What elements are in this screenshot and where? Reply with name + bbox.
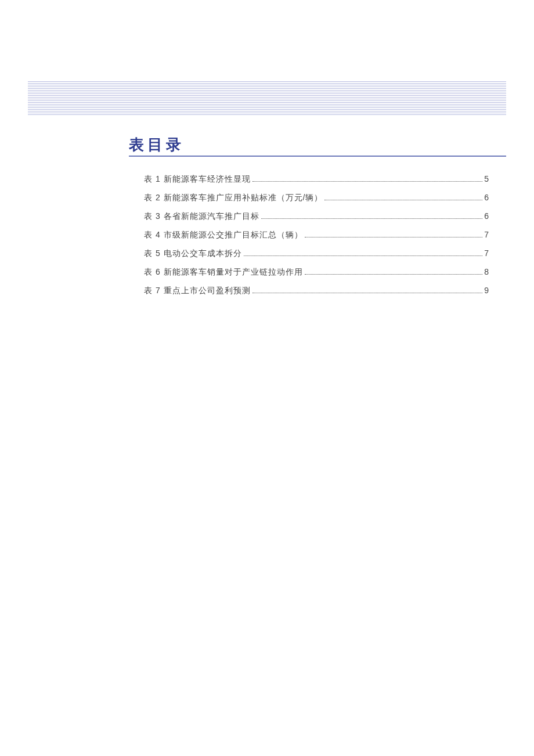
toc-dots — [252, 181, 483, 182]
toc-page: 9 — [484, 286, 489, 295]
toc-label: 表 4 市级新能源公交推广目标汇总（辆） — [144, 230, 303, 240]
toc-page: 5 — [484, 174, 489, 183]
toc-entry: 表 7 重点上市公司盈利预测 9 — [144, 286, 489, 296]
toc-dots — [252, 293, 483, 293]
toc-page: 6 — [484, 193, 489, 202]
title-underline — [129, 156, 506, 157]
section-title: 表目录 — [129, 135, 185, 155]
toc-dots — [261, 218, 483, 219]
toc-entry: 表 1 新能源客车经济性显现 5 — [144, 174, 489, 185]
toc-entry: 表 3 各省新能源汽车推广目标 6 — [144, 211, 489, 222]
toc-entry: 表 6 新能源客车销量对于产业链拉动作用 8 — [144, 267, 489, 278]
toc-label: 表 2 新能源客车推广应用补贴标准（万元/辆） — [144, 193, 323, 203]
toc-dots — [305, 237, 483, 237]
toc-page: 6 — [484, 211, 489, 221]
toc-dots — [244, 255, 483, 256]
toc-entry: 表 2 新能源客车推广应用补贴标准（万元/辆） 6 — [144, 193, 489, 203]
toc-label: 表 5 电动公交车成本拆分 — [144, 249, 242, 259]
toc-label: 表 1 新能源客车经济性显现 — [144, 174, 251, 185]
toc-page: 8 — [484, 267, 489, 276]
toc-dots — [324, 200, 482, 200]
toc-entry: 表 4 市级新能源公交推广目标汇总（辆） 7 — [144, 230, 489, 240]
toc-dots — [305, 274, 483, 275]
toc-label: 表 3 各省新能源汽车推广目标 — [144, 211, 259, 222]
toc-label: 表 7 重点上市公司盈利预测 — [144, 286, 251, 296]
header-decorative-bands — [28, 81, 506, 116]
toc-page: 7 — [484, 230, 489, 239]
table-of-contents: 表 1 新能源客车经济性显现 5 表 2 新能源客车推广应用补贴标准（万元/辆）… — [144, 174, 489, 304]
toc-entry: 表 5 电动公交车成本拆分 7 — [144, 249, 489, 259]
toc-page: 7 — [484, 249, 489, 258]
toc-label: 表 6 新能源客车销量对于产业链拉动作用 — [144, 267, 303, 278]
